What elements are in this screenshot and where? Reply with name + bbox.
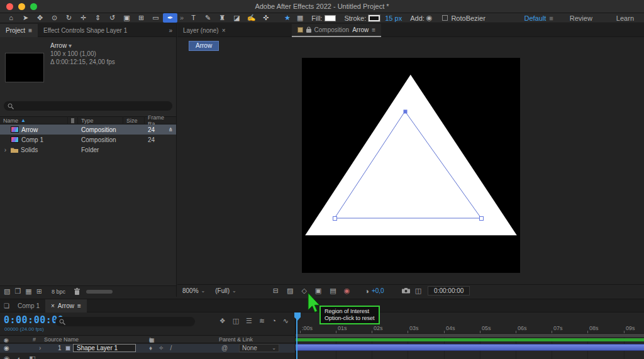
workspace-menu-icon[interactable]: ≡ — [549, 14, 553, 22]
layer-visibility-icon[interactable]: ◉ — [4, 345, 9, 351]
tab-project[interactable]: Project ≡ — [0, 24, 38, 37]
fill-color-swatch[interactable] — [325, 15, 336, 21]
solo-icon[interactable]: ○ — [4, 337, 7, 343]
tab-arrow-timeline[interactable]: × Arrow ≡ — [45, 299, 87, 312]
column-label-icon[interactable] — [68, 116, 78, 124]
column-frame-rate[interactable]: Frame Ra... — [145, 116, 176, 124]
star-icon[interactable]: ★ — [284, 14, 291, 22]
shape-tool-icon[interactable]: ▭ — [148, 13, 163, 23]
frame-blending-icon[interactable]: ≋ — [259, 317, 265, 325]
lock-icon[interactable] — [306, 26, 311, 33]
column-parent-link[interactable]: Parent & Link — [219, 336, 253, 343]
snapshot-camera-icon[interactable] — [402, 288, 410, 294]
graph-editor-icon[interactable]: ∿ — [283, 317, 289, 325]
pan-camera-tool-icon[interactable]: ✛ — [76, 13, 91, 23]
motion-blur-icon[interactable]: ◔ — [272, 317, 276, 325]
expand-layer-switches-icon[interactable]: ◉ — [4, 355, 10, 359]
transparency-grid-icon[interactable]: ▨ — [287, 287, 293, 295]
layer-quality-icon[interactable]: ♦ — [149, 345, 152, 351]
magnification-select[interactable]: 800% ⌄ — [182, 287, 205, 294]
pick-whip-icon[interactable]: @ — [221, 345, 228, 351]
tab-effect-controls[interactable]: Effect Controls Shape Layer 1 — [38, 24, 133, 37]
tab-comp1-timeline[interactable]: Comp 1 — [12, 299, 45, 312]
new-folder-icon[interactable]: ❒ — [14, 287, 21, 295]
column-source-name[interactable]: Source Name — [44, 336, 79, 343]
caret-down-icon[interactable]: ▾ — [69, 42, 72, 49]
close-icon[interactable]: × — [51, 302, 55, 309]
exposure-control[interactable]: ◑ +0,0 — [365, 287, 384, 295]
rotobezier-checkbox[interactable] — [442, 15, 448, 21]
resolution-select[interactable]: (Full) ⌄ — [215, 287, 236, 294]
timeline-search-input[interactable] — [55, 317, 195, 326]
zoom-window-button[interactable] — [30, 3, 37, 10]
close-window-button[interactable] — [6, 3, 13, 10]
project-settings-icon[interactable]: ⊞ — [36, 287, 42, 295]
column-size[interactable]: Size — [123, 116, 145, 124]
parent-select[interactable]: None ⌄ — [239, 344, 279, 352]
layer-row[interactable]: ◉ › 1 Shape Layer 1 ♦ ✧ / @ None ⌄ — [0, 344, 295, 353]
layer-duration-bar[interactable] — [296, 344, 644, 351]
zoom-tool-icon[interactable]: ⊙ — [47, 13, 62, 23]
show-snapshot-icon[interactable]: ◫ — [415, 287, 421, 295]
layer-label-chip[interactable] — [65, 346, 70, 351]
project-search-input[interactable] — [4, 101, 172, 111]
mask-visibility-icon[interactable]: ◇ — [301, 287, 306, 295]
eraser-tool-icon[interactable]: ◪ — [230, 13, 244, 23]
new-composition-icon[interactable]: ▦ — [25, 287, 31, 295]
horizontal-scrollbar[interactable] — [86, 290, 113, 294]
viewer-timecode[interactable]: 0:00:00:00 — [428, 286, 470, 295]
tool-overflow-chevron-icon[interactable]: » — [177, 13, 186, 23]
table-row[interactable]: Comp 1 Composition 24 — [0, 135, 176, 145]
interpret-footage-icon[interactable]: ▧ — [4, 287, 10, 295]
dolly-camera-tool-icon[interactable]: ⇕ — [91, 13, 105, 23]
expander-icon[interactable]: › — [3, 146, 8, 153]
workspace-selector[interactable]: Default — [525, 14, 547, 22]
panel-menu-icon[interactable]: ≡ — [77, 302, 81, 309]
camera-tool-icon[interactable]: ▣ — [119, 13, 134, 23]
layer-expander-icon[interactable]: › — [39, 345, 41, 351]
home-tool-icon[interactable]: ⌂ — [4, 13, 18, 23]
expand-transfer-controls-icon[interactable]: ◐ — [18, 355, 22, 359]
panel-menu-icon[interactable]: ≡ — [28, 27, 32, 34]
column-name[interactable]: Name ▲ — [0, 116, 68, 124]
hide-shy-icon[interactable]: ☰ — [246, 317, 252, 325]
clone-stamp-tool-icon[interactable]: ♜ — [215, 13, 230, 23]
layer-effects-icon[interactable]: ✧ — [158, 345, 164, 351]
roto-brush-tool-icon[interactable]: ✍ — [244, 13, 258, 23]
comp-mini-flowchart-icon[interactable]: ❖ — [219, 317, 226, 325]
column-type[interactable]: Type — [78, 116, 123, 124]
add-menu-icon[interactable]: ◉ — [426, 14, 433, 22]
expand-in-out-icon[interactable]: ◧ — [29, 355, 35, 359]
minimize-window-button[interactable] — [18, 3, 25, 10]
tab-overflow-icon[interactable]: » — [169, 27, 176, 34]
close-icon[interactable]: × — [222, 27, 226, 34]
selection-tool-icon[interactable]: ➤ — [18, 13, 33, 23]
footage-name[interactable]: Arrow — [50, 42, 67, 49]
playhead[interactable] — [296, 312, 297, 359]
tab-composition-viewer[interactable]: Composition Arrow ≡ — [292, 24, 382, 37]
current-time-display[interactable]: 0:00:00:00 — [4, 314, 64, 326]
layer-name-field[interactable]: Shape Layer 1 — [73, 344, 136, 352]
stroke-color-swatch[interactable] — [369, 15, 380, 21]
comp-usage-icon[interactable]: ⋔ — [168, 126, 173, 133]
color-depth-button[interactable]: 8 bpc — [52, 289, 65, 295]
comp-navigator-breadcrumb[interactable]: Arrow — [189, 41, 219, 51]
work-area-bar[interactable] — [296, 334, 644, 338]
guides-icon[interactable]: ▤ — [330, 287, 336, 295]
shape-path-overlay[interactable] — [302, 58, 520, 273]
orbit-camera-tool-icon[interactable]: ↻ — [62, 13, 76, 23]
panel-menu-icon[interactable]: ≡ — [372, 26, 375, 33]
composition-canvas[interactable] — [302, 58, 520, 273]
table-row[interactable]: › Solids Folder — [0, 145, 176, 155]
workspace-learn[interactable]: Learn — [616, 14, 634, 22]
puppet-tool-icon[interactable]: ✜ — [258, 13, 273, 23]
show-channel-icon[interactable]: ◉ — [344, 287, 350, 295]
view-layout-icon[interactable]: ⊟ — [273, 287, 279, 295]
table-row[interactable]: Arrow Composition 24 ⋔ — [0, 124, 176, 135]
rotation-tool-icon[interactable]: ↺ — [105, 13, 119, 23]
pan-behind-tool-icon[interactable]: ⊞ — [134, 13, 148, 23]
type-tool-icon[interactable]: T — [186, 13, 201, 23]
draft-3d-icon[interactable]: ◫ — [233, 317, 239, 325]
pen-tool-icon[interactable]: ✒ — [163, 13, 177, 23]
workspace-review[interactable]: Review — [570, 14, 592, 22]
